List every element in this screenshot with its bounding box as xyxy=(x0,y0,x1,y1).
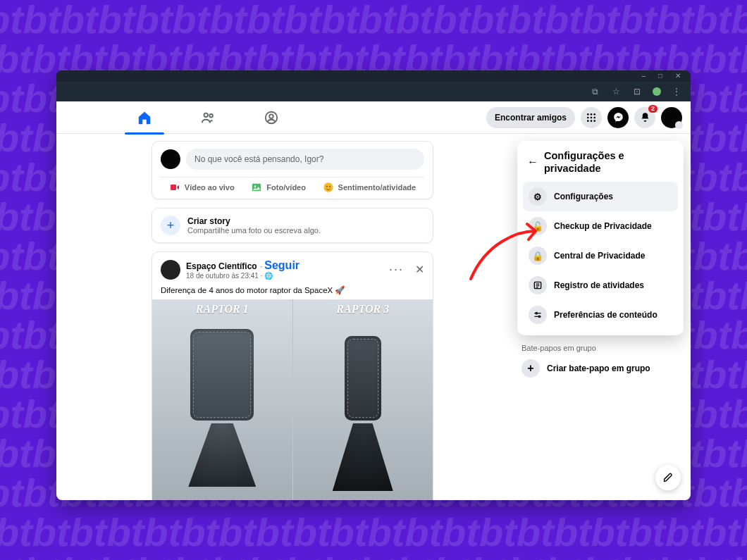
group-chats-label: Bate-papos em grupo xyxy=(517,335,684,356)
post-more-button[interactable]: ··· xyxy=(389,262,404,277)
svg-point-17 xyxy=(326,186,328,187)
dropdown-back-button[interactable]: ← xyxy=(527,156,538,168)
notifications-button[interactable]: 2 xyxy=(634,107,655,128)
friends-icon xyxy=(200,110,216,125)
composer-photo-button[interactable]: Foto/vídeo xyxy=(251,182,306,193)
composer-card: No que você está pensando, Igor? Vídeo a… xyxy=(152,141,433,199)
settings-dropdown-panel: ← Configurações e privacidade ⚙ Configur… xyxy=(517,141,684,380)
composer-live-label: Vídeo ao vivo xyxy=(185,183,235,192)
extension-icon[interactable]: ⊡ xyxy=(631,86,643,97)
svg-point-12 xyxy=(593,120,595,122)
tab-friends[interactable] xyxy=(180,101,236,134)
live-icon xyxy=(169,182,180,193)
tab-profile[interactable] xyxy=(243,101,300,134)
dropdown-item-label: Preferências de conteúdo xyxy=(554,310,658,320)
minimize-icon[interactable]: – xyxy=(641,73,646,80)
profile-dot[interactable] xyxy=(653,87,661,96)
home-icon xyxy=(137,110,152,125)
composer-photo-label: Foto/vídeo xyxy=(266,183,306,192)
edit-fab-button[interactable] xyxy=(655,465,681,490)
menu-apps-button[interactable] xyxy=(581,107,602,128)
account-avatar-button[interactable] xyxy=(661,107,682,128)
svg-point-21 xyxy=(538,316,540,317)
svg-point-9 xyxy=(593,116,595,118)
svg-point-10 xyxy=(587,120,589,122)
dropdown-item-privacy-checkup[interactable]: 🔓 Checkup de Privacidade xyxy=(523,211,678,241)
dropdown-item-label: Central de Privacidade xyxy=(554,251,645,261)
svg-point-3 xyxy=(269,114,273,118)
notification-badge: 2 xyxy=(648,105,658,113)
browser-tool-bar: ⧉ ☆ ⊡ ⋮ xyxy=(56,82,691,101)
gear-icon: ⚙ xyxy=(529,187,547,206)
page-viewport: Encontrar amigos 2 No que você est xyxy=(56,101,691,500)
image-label-right: RAPTOR 3 xyxy=(336,304,389,315)
svg-point-11 xyxy=(591,120,593,122)
messenger-button[interactable] xyxy=(607,107,629,128)
dropdown-item-settings[interactable]: ⚙ Configurações xyxy=(523,182,678,211)
window-title-bar: – □ ✕ xyxy=(56,70,691,82)
svg-rect-13 xyxy=(171,185,176,190)
svg-point-0 xyxy=(204,113,209,117)
composer-feeling-button[interactable]: Sentimento/atividade xyxy=(323,182,416,193)
svg-point-8 xyxy=(591,116,593,118)
pencil-icon xyxy=(662,472,674,483)
open-tab-icon[interactable]: ⧉ xyxy=(589,86,600,97)
svg-point-16 xyxy=(323,182,333,192)
create-group-chat-label: Criar bate-papo em grupo xyxy=(547,363,650,373)
grid-icon xyxy=(586,112,597,123)
plus-icon: + xyxy=(161,216,180,235)
create-story-subtitle: Compartilhe uma foto ou escreva algo. xyxy=(187,226,321,235)
dropdown-item-privacy-center[interactable]: 🔒 Central de Privacidade xyxy=(523,241,678,270)
plus-circle-icon: + xyxy=(521,359,540,378)
photo-icon xyxy=(251,182,262,193)
svg-point-1 xyxy=(209,113,213,117)
post-close-button[interactable]: ✕ xyxy=(415,263,424,276)
dropdown-item-label: Registro de atividades xyxy=(554,280,644,290)
maximize-icon[interactable]: □ xyxy=(658,73,662,80)
bell-icon xyxy=(640,112,650,123)
dropdown-title: Configurações e privacidade xyxy=(544,149,674,175)
feeling-icon xyxy=(323,182,334,193)
post-author-avatar[interactable] xyxy=(161,260,180,280)
composer-input[interactable]: No que você está pensando, Igor? xyxy=(186,149,424,170)
sliders-icon xyxy=(529,306,547,324)
svg-point-6 xyxy=(593,113,595,116)
post-text-content: Diferença de 4 anos do motor raptor da S… xyxy=(152,282,433,299)
svg-point-5 xyxy=(591,113,593,116)
create-group-chat-button[interactable]: + Criar bate-papo em grupo xyxy=(517,356,684,380)
post-timestamp: 18 de outubro às 23:41 xyxy=(186,272,259,280)
svg-point-4 xyxy=(587,113,589,116)
svg-point-20 xyxy=(536,313,537,314)
dropdown-item-activity-log[interactable]: Registro de atividades xyxy=(523,270,678,300)
composer-avatar[interactable] xyxy=(161,149,180,169)
dropdown-item-label: Checkup de Privacidade xyxy=(554,221,652,231)
activity-log-icon xyxy=(529,276,547,294)
dropdown-item-content-preferences[interactable]: Preferências de conteúdo xyxy=(523,300,678,330)
close-window-icon[interactable]: ✕ xyxy=(675,73,681,80)
messenger-icon xyxy=(613,112,624,123)
create-story-title: Criar story xyxy=(187,216,321,226)
create-story-card[interactable]: + Criar story Compartilhe uma foto ou es… xyxy=(152,208,433,243)
feed-column: No que você está pensando, Igor? Vídeo a… xyxy=(152,141,433,500)
dropdown-item-label: Configurações xyxy=(554,192,613,201)
composer-live-button[interactable]: Vídeo ao vivo xyxy=(169,182,235,193)
image-label-left: RAPTOR 1 xyxy=(196,304,249,315)
svg-point-18 xyxy=(329,186,331,187)
post-image[interactable]: RAPTOR 1 2020 RAPTOR 3 2024 xyxy=(152,299,433,500)
composer-feeling-label: Sentimento/atividade xyxy=(338,183,416,192)
bookmark-icon[interactable]: ☆ xyxy=(610,86,622,97)
tab-home[interactable] xyxy=(116,101,173,134)
lock-check-icon: 🔓 xyxy=(529,217,547,235)
post-follow-link[interactable]: Seguir xyxy=(264,259,300,271)
post-author-name[interactable]: Espaço Científico xyxy=(186,261,257,271)
lock-icon: 🔒 xyxy=(529,247,547,265)
feed-post: Espaço Científico · Seguir 18 de outubro… xyxy=(152,251,433,500)
browser-menu-icon[interactable]: ⋮ xyxy=(671,86,682,97)
browser-window: – □ ✕ ⧉ ☆ ⊡ ⋮ Encontrar amigos xyxy=(56,70,691,500)
facebook-header: Encontrar amigos 2 xyxy=(56,101,691,134)
profile-circle-icon xyxy=(264,110,279,125)
svg-point-15 xyxy=(254,185,257,187)
find-friends-button[interactable]: Encontrar amigos xyxy=(486,107,575,128)
svg-point-7 xyxy=(587,116,589,118)
